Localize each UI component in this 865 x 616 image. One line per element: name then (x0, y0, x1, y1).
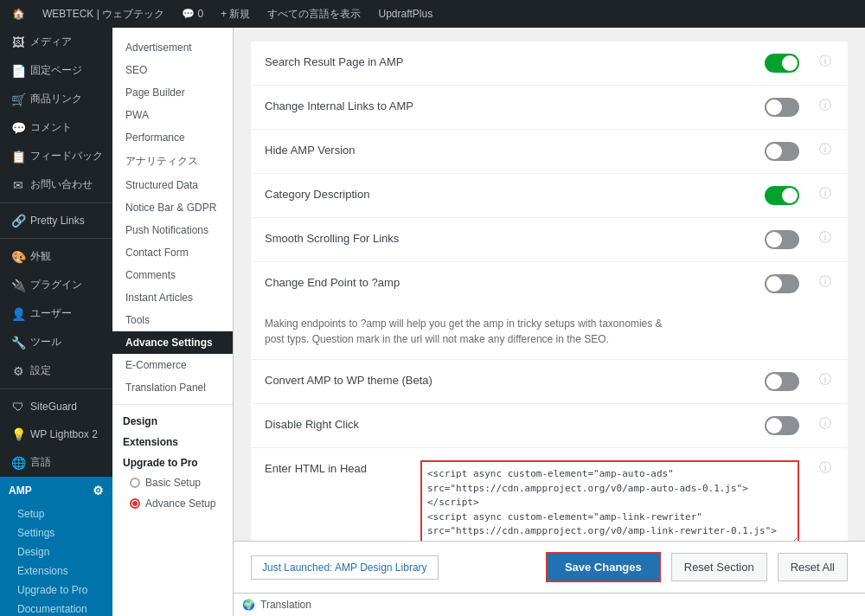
toggle-search-result-amp[interactable] (765, 54, 799, 73)
wp-sidebar: 🖼 メディア 📄 固定ページ 🛒 商品リンク 💬 コメント 📋 フィードバック … (0, 28, 112, 616)
amp-sub-setup[interactable]: Setup (0, 504, 112, 523)
setting-control-convert-amp (765, 372, 799, 391)
siteguard-icon: 🛡 (11, 400, 25, 414)
toggle-knob-internal-links (766, 99, 782, 115)
sidebar-item-settings[interactable]: ⚙ 設定 (0, 356, 112, 385)
plugin-menu-extensions-section: Extensions (112, 431, 233, 452)
plugin-menu-structured-data[interactable]: Structured Data (112, 174, 233, 196)
toggle-convert-amp[interactable] (765, 372, 799, 391)
reset-all-button[interactable]: Reset All (778, 553, 848, 581)
new-item-link[interactable]: + 新規 (215, 0, 255, 28)
sidebar-appearance-label: 外観 (30, 249, 51, 264)
info-convert-amp[interactable]: ⓘ (817, 372, 834, 388)
sidebar-item-users[interactable]: 👤 ユーザー (0, 299, 112, 328)
info-endpoint[interactable]: ⓘ (817, 274, 834, 290)
advance-setup-radio[interactable] (130, 498, 140, 509)
plugin-menu-pagebuilder[interactable]: Page Builder (112, 81, 233, 104)
toggle-knob-smooth-scrolling (766, 232, 782, 247)
info-smooth-scrolling[interactable]: ⓘ (817, 230, 834, 246)
info-disable-right-click[interactable]: ⓘ (817, 416, 834, 432)
setting-row-smooth-scrolling: Smooth Scrolling For Links ⓘ (251, 218, 848, 262)
sidebar-item-feedback[interactable]: 📋 フィードバック (0, 142, 112, 170)
sidebar-item-lightbox[interactable]: 💡 WP Lightbox 2 (0, 420, 112, 448)
plugin-menu-ecommerce[interactable]: E-Commerce (112, 354, 233, 376)
info-internal-links[interactable]: ⓘ (817, 98, 834, 113)
plugin-menu-pwa[interactable]: PWA (112, 104, 233, 126)
save-changes-button[interactable]: Save Changes (546, 552, 661, 582)
amp-header[interactable]: AMP ⚙ (0, 477, 112, 504)
toggle-smooth-scrolling[interactable] (765, 230, 799, 249)
plugin-menu-seo[interactable]: SEO (112, 59, 233, 81)
sidebar-lang-label: 言語 (30, 455, 51, 470)
plugin-menu-instant-articles[interactable]: Instant Articles (112, 286, 233, 309)
amp-label: AMP (9, 484, 32, 497)
menu-separator-1 (0, 202, 112, 203)
sidebar-item-media[interactable]: 🖼 メディア (0, 28, 112, 56)
sidebar-item-products[interactable]: 🛒 商品リンク (0, 85, 112, 113)
sidebar-item-lang[interactable]: 🌐 言語 (0, 448, 112, 477)
sidebar-item-comments[interactable]: 💬 コメント (0, 113, 112, 142)
toggle-disable-right-click[interactable] (765, 416, 799, 435)
amp-sub-extensions[interactable]: Extensions (0, 561, 112, 581)
setting-row-category-desc: Category Description ⓘ (251, 174, 848, 218)
sidebar-item-contact[interactable]: ✉ お問い合わせ (0, 170, 112, 199)
sidebar-item-tools[interactable]: 🔧 ツール (0, 328, 112, 356)
comments-link[interactable]: 💬 0 (176, 0, 208, 28)
html-head-textarea[interactable] (420, 460, 799, 541)
toggle-endpoint[interactable] (765, 274, 799, 293)
plugin-menu-analytics[interactable]: アナリティクス (112, 149, 233, 174)
sidebar-item-prettylinks[interactable]: 🔗 Pretty Links (0, 207, 112, 234)
sidebar-item-appearance[interactable]: 🎨 外観 (0, 242, 112, 271)
plugin-menu-tools[interactable]: Tools (112, 309, 233, 331)
plugin-menu-translation-panel[interactable]: Translation Panel (112, 376, 233, 399)
toggle-category-desc[interactable] (765, 186, 799, 205)
plugin-menu-basic-setup[interactable]: Basic Setup (112, 472, 233, 493)
amp-sub-design[interactable]: Design (0, 542, 112, 561)
feedback-icon: 📋 (11, 150, 25, 164)
amp-sub-upgrade[interactable]: Upgrade to Pro (0, 581, 112, 600)
sidebar-item-siteguard[interactable]: 🛡 SiteGuard (0, 393, 112, 420)
sidebar-item-plugins[interactable]: 🔌 プラグイン (0, 271, 112, 299)
launch-link-button[interactable]: Just Launched: AMP Design Library (251, 555, 439, 580)
toggle-knob-endpoint (766, 276, 782, 292)
sidebar-products-label: 商品リンク (30, 92, 82, 106)
plugin-menu-advance-setup[interactable]: Advance Setup (112, 493, 233, 514)
basic-setup-radio[interactable] (130, 478, 140, 488)
sidebar-item-pages[interactable]: 📄 固定ページ (0, 56, 112, 85)
info-html-head[interactable]: ⓘ (817, 460, 834, 476)
setting-row-internal-links: Change Internal Links to AMP ⓘ (251, 86, 848, 130)
toggle-hide-amp[interactable] (765, 142, 799, 161)
info-category-desc[interactable]: ⓘ (817, 186, 834, 202)
sidebar-plugins-label: プラグイン (30, 278, 82, 292)
reset-section-button[interactable]: Reset Section (671, 553, 767, 581)
setting-label-html-head: Enter HTML in Head (265, 460, 403, 475)
sidebar-users-label: ユーザー (30, 306, 72, 321)
info-hide-amp[interactable]: ⓘ (817, 142, 834, 157)
html-head-textarea-wrapper (420, 460, 799, 541)
plugin-menu-notice-bar[interactable]: Notice Bar & GDPR (112, 196, 233, 219)
setting-control-internal-links (765, 98, 799, 117)
languages-link[interactable]: すべての言語を表示 (262, 0, 366, 28)
plugin-sidebar: Advertisement SEO Page Builder PWA Perfo… (112, 28, 234, 616)
plugin-menu-push-notifications[interactable]: Push Notifications (112, 219, 233, 241)
admin-bar: 🏠 WEBTECK | ウェブテック 💬 0 + 新規 すべての言語を表示 Up… (0, 0, 865, 28)
sidebar-contact-label: お問い合わせ (30, 177, 93, 192)
plugin-menu-contact-form[interactable]: Contact Form (112, 241, 233, 264)
endpoint-desc: Making endpoints to ?amp will help you g… (265, 316, 680, 347)
toggle-knob-category-desc (782, 188, 798, 203)
plugin-menu-performance[interactable]: Performance (112, 126, 233, 149)
updraftplus-link[interactable]: UpdraftPlus (373, 0, 438, 28)
site-name[interactable]: WEBTECK | ウェブテック (37, 0, 170, 28)
sidebar-siteguard-label: SiteGuard (30, 401, 77, 413)
plugin-menu-advance-settings[interactable]: Advance Settings (112, 331, 233, 354)
info-search-result-amp[interactable]: ⓘ (817, 54, 834, 69)
plugin-menu-advertisement[interactable]: Advertisement (112, 36, 233, 59)
amp-sub-docs[interactable]: Documentation (0, 600, 112, 616)
toggle-knob-disable-right-click (766, 418, 782, 433)
plugin-menu-comments[interactable]: Comments (112, 264, 233, 286)
toggle-internal-links[interactable] (765, 98, 799, 117)
setting-row-hide-amp: Hide AMP Version ⓘ (251, 130, 848, 174)
wp-logo[interactable]: 🏠 (7, 0, 30, 28)
amp-sub-settings[interactable]: Settings (0, 523, 112, 542)
media-icon: 🖼 (11, 35, 25, 49)
